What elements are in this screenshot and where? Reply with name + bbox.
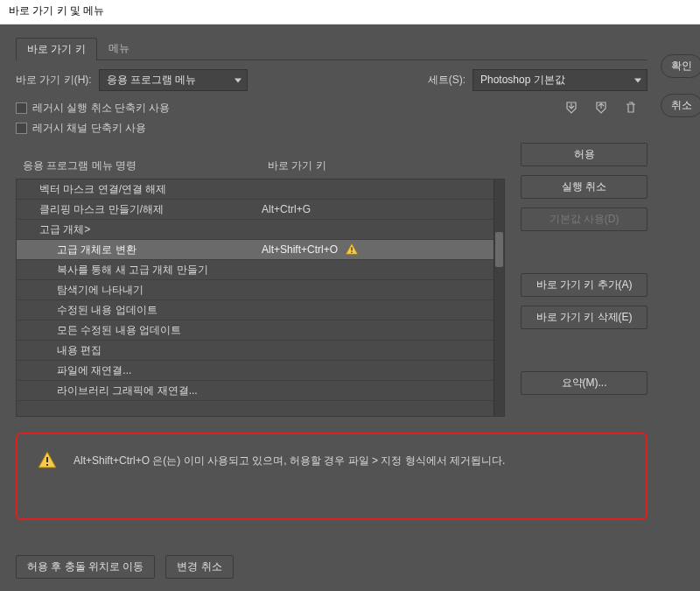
tree-row-label: 내용 편집 — [24, 343, 102, 358]
tab-bar: 바로 가기 키 메뉴 — [16, 37, 648, 60]
legacy-undo-label: 레거시 실행 취소 단축키 사용 — [32, 101, 170, 116]
tree-row[interactable]: 모든 수정된 내용 업데이트 — [17, 320, 494, 341]
undo-button[interactable]: 실행 취소 — [521, 175, 648, 199]
warning-icon — [37, 450, 58, 471]
dialog-content: 바로 가기 키 메뉴 바로 가기 키(H): 응용 프로그램 메뉴 세트(S):… — [0, 25, 700, 591]
tree-row[interactable]: 내용 편집 — [17, 341, 494, 361]
tree-row-shortcut: Alt+Ctrl+G — [262, 203, 311, 215]
tree-row[interactable]: 고급 개체로 변환Alt+Shift+Ctrl+O — [17, 240, 494, 260]
legacy-undo-checkbox[interactable] — [16, 102, 27, 114]
save-set-icon[interactable] — [564, 100, 579, 116]
window-title: 바로 가기 키 및 메뉴 — [9, 4, 104, 17]
tree-row[interactable]: 복사를 통해 새 고급 개체 만들기 — [17, 260, 494, 280]
legacy-undo-row: 레거시 실행 취소 단축키 사용 — [16, 100, 648, 116]
tree-row-label: 파일에 재연결... — [24, 363, 131, 378]
tree-row-label: 모든 수정된 내용 업데이트 — [24, 323, 181, 338]
shortcuts-dialog: 바로 가기 키 및 메뉴 바로 가기 키 메뉴 바로 가기 키(H): 응용 프… — [0, 0, 700, 591]
svg-rect-0 — [351, 247, 352, 250]
side-buttons: 허용 실행 취소 기본값 사용(D) 바로 가기 키 추가(A) 바로 가기 키… — [521, 143, 648, 417]
tree-row[interactable]: 라이브러리 그래픽에 재연결... — [17, 381, 494, 401]
middle-section: 응용 프로그램 메뉴 명령 바로 가기 키 벡터 마스크 연결/연결 해제클리핑… — [16, 143, 648, 417]
go-to-conflict-button[interactable]: 허용 후 충돌 위치로 이동 — [16, 555, 155, 579]
tree-row[interactable]: 벡터 마스크 연결/연결 해제 — [17, 179, 494, 200]
tab-menus[interactable]: 메뉴 — [97, 37, 141, 60]
header-command: 응용 프로그램 메뉴 명령 — [23, 158, 268, 173]
tree-column: 응용 프로그램 메뉴 명령 바로 가기 키 벡터 마스크 연결/연결 해제클리핑… — [16, 143, 505, 417]
window-titlebar: 바로 가기 키 및 메뉴 — [0, 0, 700, 25]
tree-row-label: 탐색기에 나타내기 — [24, 283, 144, 298]
svg-rect-1 — [351, 252, 352, 253]
command-tree[interactable]: 벡터 마스크 연결/연결 해제클리핑 마스크 만들기/해제Alt+Ctrl+G고… — [16, 179, 505, 417]
legacy-channel-row: 레거시 채널 단축키 사용 — [16, 121, 648, 136]
tree-row-label: 벡터 마스크 연결/연결 해제 — [24, 182, 166, 197]
header-shortcut: 바로 가기 키 — [268, 158, 498, 173]
accept-button[interactable]: 허용 — [521, 143, 648, 166]
svg-rect-3 — [46, 464, 48, 466]
tab-shortcuts[interactable]: 바로 가기 키 — [16, 38, 97, 60]
svg-rect-2 — [46, 457, 48, 462]
tree-row-label: 복사를 통해 새 고급 개체 만들기 — [24, 263, 208, 278]
warning-text: Alt+Shift+Ctrl+O 은(는) 이미 사용되고 있으며, 허용할 경… — [74, 454, 505, 468]
tree-row-label: 고급 개체로 변환 — [24, 243, 136, 257]
tree-row[interactable]: 고급 개체> — [17, 220, 494, 240]
shortcut-for-dropdown[interactable]: 응용 프로그램 메뉴 — [99, 69, 248, 91]
warning-box: Alt+Shift+Ctrl+O 은(는) 이미 사용되고 있으며, 허용할 경… — [16, 433, 648, 520]
cancel-button[interactable]: 취소 — [661, 94, 700, 117]
tree-row[interactable]: 탐색기에 나타내기 — [17, 280, 494, 300]
add-shortcut-button[interactable]: 바로 가기 키 추가(A) — [521, 273, 648, 297]
tree-scrollbar[interactable] — [494, 179, 504, 416]
undo-changes-button[interactable]: 변경 취소 — [165, 555, 233, 579]
tree-row-shortcut: Alt+Shift+Ctrl+O — [262, 243, 338, 256]
set-dropdown[interactable]: Photoshop 기본값 — [472, 69, 648, 91]
delete-set-icon[interactable] — [623, 100, 639, 116]
use-default-button[interactable]: 기본값 사용(D) — [521, 208, 648, 231]
dialog-right-buttons: 확인 취소 — [663, 25, 700, 591]
scrollbar-thumb[interactable] — [495, 232, 503, 267]
bottom-buttons: 허용 후 충돌 위치로 이동 변경 취소 — [16, 555, 648, 579]
top-controls-row: 바로 가기 키(H): 응용 프로그램 메뉴 세트(S): Photoshop … — [16, 69, 648, 91]
row-warning-icon — [345, 243, 359, 257]
tree-headers: 응용 프로그램 메뉴 명령 바로 가기 키 — [16, 158, 505, 179]
legacy-channel-checkbox[interactable] — [16, 123, 27, 134]
shortcut-for-label: 바로 가기 키(H): — [16, 73, 92, 88]
tree-row-label: 라이브러리 그래픽에 재연결... — [24, 383, 198, 398]
ok-button[interactable]: 확인 — [661, 54, 700, 78]
tree-row-label: 수정된 내용 업데이트 — [24, 303, 158, 318]
summarize-button[interactable]: 요약(M)... — [521, 371, 648, 395]
legacy-channel-label: 레거시 채널 단축키 사용 — [32, 121, 146, 136]
set-label: 세트(S): — [428, 73, 466, 88]
delete-shortcut-button[interactable]: 바로 가기 키 삭제(E) — [521, 306, 648, 329]
tree-row-label: 클리핑 마스크 만들기/해제 — [24, 202, 164, 217]
new-set-icon[interactable] — [593, 100, 609, 116]
tree-row[interactable]: 파일에 재연결... — [17, 361, 494, 381]
set-icons — [564, 100, 648, 116]
main-panel: 바로 가기 키 메뉴 바로 가기 키(H): 응용 프로그램 메뉴 세트(S):… — [0, 25, 663, 591]
tree-row[interactable]: 클리핑 마스크 만들기/해제Alt+Ctrl+G — [17, 200, 494, 220]
tree-row[interactable]: 수정된 내용 업데이트 — [17, 300, 494, 320]
tree-row-label: 고급 개체> — [24, 222, 90, 237]
